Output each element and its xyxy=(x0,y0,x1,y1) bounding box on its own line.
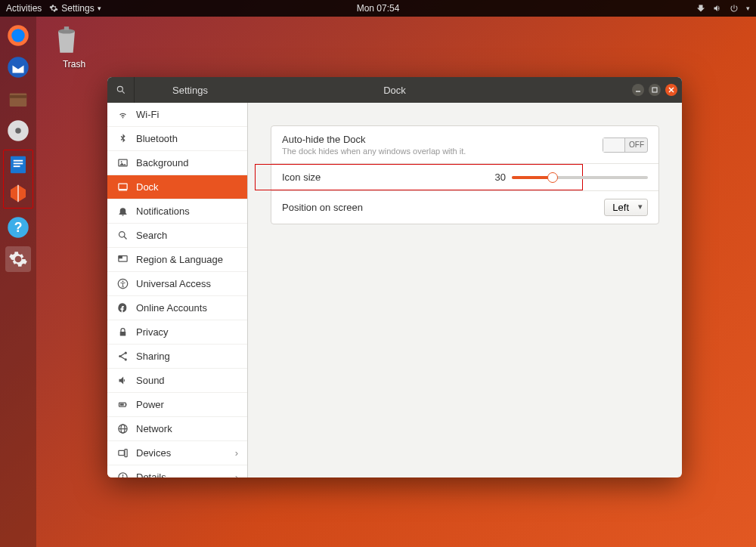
accessibility-icon xyxy=(116,278,129,289)
sidebar-item-bluetooth[interactable]: Bluetooth xyxy=(107,127,247,151)
sidebar-item-details[interactable]: Details› xyxy=(107,465,247,477)
sidebar-item-label: Devices xyxy=(136,447,171,459)
sidebar-item-dock[interactable]: Dock xyxy=(107,175,247,199)
svg-rect-9 xyxy=(14,163,23,165)
activities-button[interactable]: Activities xyxy=(6,3,42,14)
sidebar-item-region-language[interactable]: Region & Language xyxy=(107,248,247,272)
svg-rect-14 xyxy=(64,26,69,30)
autohide-title: Auto-hide the Dock xyxy=(282,134,466,145)
devices-icon xyxy=(116,447,129,459)
sidebar-item-label: Search xyxy=(136,230,167,241)
sharing-icon xyxy=(116,351,129,362)
svg-point-30 xyxy=(122,280,123,282)
sidebar-item-label: Background xyxy=(136,157,188,168)
sidebar-item-label: Universal Access xyxy=(136,278,211,289)
app-menu-label: Settings xyxy=(61,3,94,14)
sidebar-item-wi-fi[interactable]: Wi-Fi xyxy=(107,103,247,127)
sidebar-item-sharing[interactable]: Sharing xyxy=(107,345,247,369)
desktop-trash-icon[interactable]: Trash xyxy=(51,24,97,70)
dock-files-icon[interactable] xyxy=(5,86,31,112)
network-status-icon[interactable] xyxy=(696,4,705,13)
position-label: Position on screen xyxy=(282,202,363,213)
dock-rhythmbox-icon[interactable] xyxy=(5,118,31,144)
window-title-center: Dock xyxy=(383,85,406,96)
window-titlebar[interactable]: Settings Dock xyxy=(107,77,682,103)
autohide-row: Auto-hide the Dock The dock hides when a… xyxy=(271,126,658,164)
sidebar-search-button[interactable] xyxy=(107,77,135,103)
sidebar-item-label: Dock xyxy=(136,181,159,193)
search-icon xyxy=(116,230,129,241)
app-menu-button[interactable]: Settings ▾ xyxy=(49,3,101,14)
sidebar-item-label: Sound xyxy=(136,375,165,386)
online-icon xyxy=(116,302,129,314)
dock-help-icon[interactable]: ? xyxy=(5,215,31,240)
autohide-toggle-label: OFF xyxy=(629,141,644,149)
wifi-icon xyxy=(116,109,129,120)
background-icon xyxy=(116,157,129,168)
sidebar-item-label: Privacy xyxy=(136,326,169,338)
system-menu-chevron-icon[interactable]: ▾ xyxy=(746,5,750,12)
position-dropdown-value: Left xyxy=(612,202,629,213)
sidebar-item-label: Sharing xyxy=(136,351,170,362)
window-minimize-button[interactable] xyxy=(632,84,644,96)
sidebar-item-search[interactable]: Search xyxy=(107,224,247,248)
dock-firefox-icon[interactable] xyxy=(5,23,31,48)
chevron-down-icon: ▾ xyxy=(98,5,101,12)
autohide-toggle[interactable]: OFF xyxy=(603,138,648,153)
iconsize-value: 30 xyxy=(495,172,506,183)
sidebar-item-label: Notifications xyxy=(136,206,190,217)
sidebar-item-sound[interactable]: Sound xyxy=(107,369,247,393)
dock-writer-icon[interactable] xyxy=(5,152,31,178)
privacy-icon xyxy=(116,326,129,338)
sidebar-item-power[interactable]: Power xyxy=(107,393,247,417)
svg-point-1 xyxy=(11,29,25,42)
desktop-trash-label: Trash xyxy=(51,59,97,70)
svg-point-2 xyxy=(8,57,29,78)
iconsize-slider[interactable] xyxy=(512,176,648,179)
details-icon xyxy=(116,471,129,477)
svg-rect-7 xyxy=(11,156,26,174)
power-status-icon[interactable] xyxy=(730,4,739,13)
sidebar-item-label: Region & Language xyxy=(136,254,223,265)
sidebar-item-label: Details xyxy=(136,471,166,477)
settings-sidebar: Wi-FiBluetoothBackgroundDockNotification… xyxy=(107,103,248,477)
sidebar-item-universal-access[interactable]: Universal Access xyxy=(107,272,247,296)
position-dropdown[interactable]: Left xyxy=(604,199,648,216)
sidebar-item-notifications[interactable]: Notifications xyxy=(107,199,247,224)
volume-status-icon[interactable] xyxy=(713,4,722,13)
svg-rect-4 xyxy=(10,95,27,98)
sidebar-item-label: Bluetooth xyxy=(136,133,178,144)
sidebar-item-network[interactable]: Network xyxy=(107,417,247,441)
svg-line-26 xyxy=(124,236,126,239)
sidebar-item-privacy[interactable]: Privacy xyxy=(107,320,247,345)
sidebar-item-online-accounts[interactable]: Online Accounts xyxy=(107,296,247,320)
dock-icon xyxy=(116,181,129,193)
sidebar-item-label: Online Accounts xyxy=(136,302,207,314)
settings-gear-icon xyxy=(49,4,58,13)
window-close-button[interactable] xyxy=(665,84,677,96)
chevron-right-icon: › xyxy=(235,447,238,459)
svg-rect-31 xyxy=(119,332,125,336)
network-icon xyxy=(116,423,129,434)
region-icon xyxy=(116,254,129,265)
dock-thunderbird-icon[interactable] xyxy=(5,54,31,80)
slider-thumb[interactable] xyxy=(547,172,558,183)
dock-settings-icon[interactable] xyxy=(5,246,31,272)
svg-point-15 xyxy=(117,86,122,91)
svg-text:?: ? xyxy=(14,220,23,235)
sidebar-item-label: Network xyxy=(136,423,172,434)
svg-rect-42 xyxy=(125,450,127,457)
search-icon xyxy=(116,85,126,95)
sidebar-item-devices[interactable]: Devices› xyxy=(107,441,247,465)
svg-point-25 xyxy=(119,232,125,238)
power-icon xyxy=(116,399,129,410)
svg-point-22 xyxy=(120,161,122,162)
settings-content: Auto-hide the Dock The dock hides when a… xyxy=(248,103,682,477)
dock-software-icon[interactable] xyxy=(5,181,31,206)
window-title-left: Settings xyxy=(135,85,208,96)
sidebar-item-background[interactable]: Background xyxy=(107,151,247,175)
window-maximize-button[interactable] xyxy=(649,84,661,96)
svg-rect-18 xyxy=(652,88,657,92)
svg-rect-41 xyxy=(118,450,124,455)
clock[interactable]: Mon 07:54 xyxy=(357,3,400,14)
